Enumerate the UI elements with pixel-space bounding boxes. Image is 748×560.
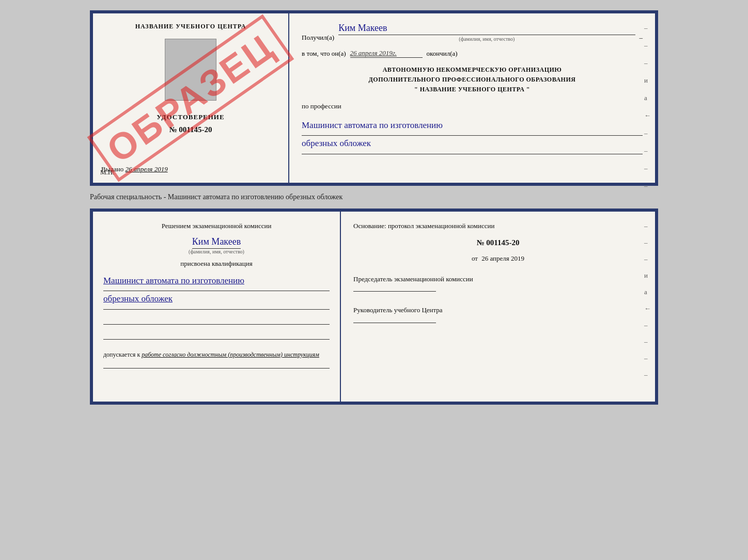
profession-line2: обрезных обложек <box>302 136 643 152</box>
cert-bottom-right: Основание: протокол экзаменационной коми… <box>341 212 655 402</box>
underline2 <box>302 154 643 154</box>
name-block: Ким Макеев (фамилия, имя, отчество) <box>103 236 330 254</box>
ot-date: от 26 апреля 2019 <box>353 254 643 263</box>
top-certificate: НАЗВАНИЕ УЧЕБНОГО ЦЕНТРА УДОСТОВЕРЕНИЕ №… <box>90 10 658 186</box>
mp-label: М.П. <box>100 168 114 177</box>
underline7 <box>103 368 330 369</box>
protocol-date: 26 апреля 2019 <box>481 254 524 262</box>
komissia-name: Ким Макеев <box>192 236 241 249</box>
predsedatel-label: Председатель экзаменационной комиссии <box>353 274 643 284</box>
kvalif-line2: обрезных обложек <box>103 291 330 307</box>
recipient-name: Ким Макеев <box>338 23 635 35</box>
poluchil-row: Получил(а) Ким Макеев (фамилия, имя, отч… <box>302 23 643 42</box>
rukovoditel-block: Руководитель учебного Центра <box>353 305 643 325</box>
underline5 <box>103 324 330 325</box>
po-professii-label: по профессии <box>302 102 643 110</box>
rukovoditel-signature-line <box>353 323 436 323</box>
cert-bottom-left: Решением экзаменационной комиссии Ким Ма… <box>93 212 341 402</box>
separator-text: Рабочая специальность - Машинист автомат… <box>90 191 658 203</box>
protokol-number: № 001145-20 <box>353 238 643 247</box>
profession-line1: Машинист автомата по изготовлению <box>302 118 643 134</box>
okoncil-label: окончил(а) <box>427 50 458 58</box>
org-block: АВТОНОМНУЮ НЕКОММЕРЧЕСКУЮ ОРГАНИЗАЦИЮ ДО… <box>302 65 643 95</box>
kvalif-line1: Машинист автомата по изготовлению <box>103 273 330 289</box>
vtom-row: в том, что он(а) 26 апреля 2019г. окончи… <box>302 49 643 58</box>
osnovanie-label: Основание: протокол экзаменационной коми… <box>353 221 643 231</box>
dopuskaetsya-block: допускается к работе согласно должностны… <box>103 351 330 359</box>
poluchil-label: Получил(а) <box>302 34 334 42</box>
document-container: НАЗВАНИЕ УЧЕБНОГО ЦЕНТРА УДОСТОВЕРЕНИЕ №… <box>10 10 738 405</box>
org-line2: ДОПОЛНИТЕЛЬНОГО ПРОФЕССИОНАЛЬНОГО ОБРАЗО… <box>302 75 643 85</box>
profession-block: Машинист автомата по изготовлению обрезн… <box>302 118 643 154</box>
fio-hint-bottom: (фамилия, имя, отчество) <box>189 249 244 254</box>
predsedatel-signature-line <box>353 291 436 292</box>
predsedatel-block: Председатель экзаменационной комиссии <box>353 274 643 294</box>
cert-title: НАЗВАНИЕ УЧЕБНОГО ЦЕНТРА <box>135 23 246 30</box>
right-dashes-top: – – – и а ← – – – – <box>644 24 651 190</box>
underline4 <box>103 309 330 310</box>
kvalif-block: Машинист автомата по изготовлению обрезн… <box>103 273 330 310</box>
right-dashes-bottom: – – – и а ← – – – – <box>644 222 651 379</box>
vydano-line: Выдано 26 апреля 2019 <box>101 165 280 173</box>
underline6 <box>103 339 330 340</box>
completion-date: 26 апреля 2019г. <box>350 49 423 58</box>
ot-label: от <box>472 254 478 262</box>
vtom-label: в том, что он(а) <box>302 50 346 58</box>
bottom-certificate: Решением экзаменационной комиссии Ким Ма… <box>90 209 658 405</box>
cert-top-right: Получил(а) Ким Макеев (фамилия, имя, отч… <box>289 13 655 183</box>
org-line1: АВТОНОМНУЮ НЕКОММЕРЧЕСКУЮ ОРГАНИЗАЦИЮ <box>302 65 643 75</box>
org-name: " НАЗВАНИЕ УЧЕБНОГО ЦЕНТРА " <box>302 85 643 94</box>
fio-hint-top: (фамилия, имя, отчество) <box>338 36 635 42</box>
rukovoditel-label: Руководитель учебного Центра <box>353 305 643 315</box>
udost-number: № 001145-20 <box>169 125 212 134</box>
photo-placeholder <box>165 39 216 101</box>
cert-top-left: НАЗВАНИЕ УЧЕБНОГО ЦЕНТРА УДОСТОВЕРЕНИЕ №… <box>93 13 289 183</box>
prisvoena-label: присвоена квалификация <box>103 260 330 268</box>
reshenie-label: Решением экзаменационной комиссии <box>103 221 330 231</box>
udost-label: УДОСТОВЕРЕНИЕ <box>157 113 224 121</box>
